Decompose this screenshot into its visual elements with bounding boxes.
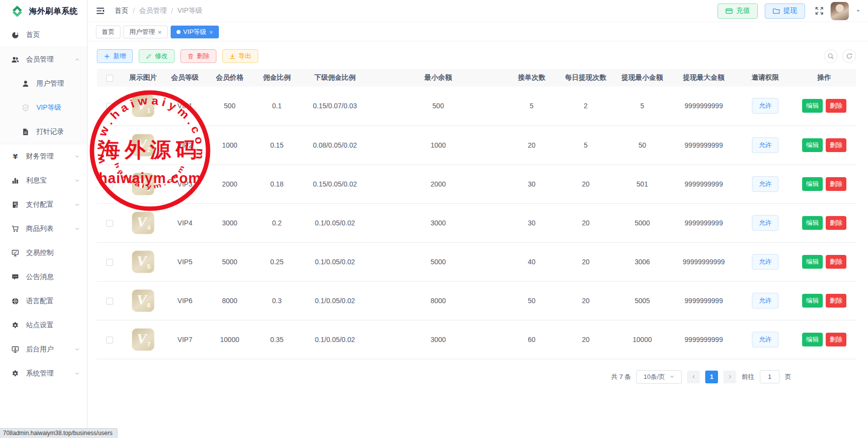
cell-level: VIP4 <box>164 203 206 242</box>
edit-button[interactable]: 编辑 <box>802 216 823 230</box>
row-checkbox[interactable] <box>106 142 113 149</box>
search-button[interactable] <box>824 49 838 63</box>
table-header-row: 展示图片会员等级会员价格佣金比例下级佣金比例最小余额接单次数每日提现次数提现最小… <box>97 69 856 87</box>
column-header: 展示图片 <box>122 69 164 87</box>
row-checkbox[interactable] <box>106 220 113 227</box>
invite-allow-button[interactable]: 允许 <box>752 215 778 231</box>
row-checkbox[interactable] <box>106 181 113 188</box>
page-size-select[interactable]: 10条/页 <box>636 370 682 384</box>
delete-row-button[interactable]: 删除 <box>826 177 846 191</box>
sidebar-item-finance[interactable]: ¥财务管理 <box>0 144 87 168</box>
breadcrumb-item[interactable]: VIP等级 <box>178 6 203 15</box>
cell-withdraw-max: 9999999999 <box>669 203 738 242</box>
row-checkbox[interactable] <box>106 103 113 110</box>
delete-row-button[interactable]: 删除 <box>826 294 846 308</box>
sidebar-item-announcements[interactable]: 公告消息 <box>0 265 87 289</box>
sidebar-item-language-config[interactable]: 语言配置 <box>0 289 87 313</box>
cell-order-count: 40 <box>507 242 556 281</box>
cell-daily-withdraw-count: 20 <box>556 203 615 242</box>
folder-icon <box>773 7 780 15</box>
main-area: 首页/会员管理/VIP等级 充值 提现 首页用户管理×VIP等级× <box>88 0 868 438</box>
close-tab-icon[interactable]: × <box>158 29 162 35</box>
delete-row-button[interactable]: 删除 <box>826 99 846 113</box>
svg-text:¥: ¥ <box>13 153 18 160</box>
user-menu-caret-icon[interactable] <box>856 8 861 13</box>
withdraw-button[interactable]: 提现 <box>765 3 805 19</box>
delete-row-button[interactable]: 删除 <box>826 138 846 152</box>
row-checkbox[interactable] <box>106 298 113 305</box>
edit-button[interactable]: 编辑 <box>802 138 823 152</box>
next-page-button[interactable] <box>723 371 736 383</box>
chevron-up-icon <box>74 57 80 63</box>
sidebar-item-payment-config[interactable]: 支付配置 <box>0 192 87 217</box>
cell-sub-commission: 0.1/0.05/0.02 <box>300 203 369 242</box>
row-checkbox[interactable] <box>106 337 113 344</box>
sidebar-item-system-manage[interactable]: 系统管理 <box>0 361 87 385</box>
delete-row-button[interactable]: 删除 <box>826 216 846 230</box>
delete-row-button[interactable]: 删除 <box>826 333 846 346</box>
sidebar-item-vip-level[interactable]: VIP等级 <box>0 95 87 120</box>
column-header: 会员等级 <box>164 69 206 87</box>
delete-button[interactable]: 删除 <box>180 49 216 63</box>
edit-button[interactable]: 编辑 <box>802 255 823 269</box>
menu-fold-icon[interactable] <box>96 6 105 15</box>
cell-sub-commission: 0.1/0.05/0.02 <box>300 242 369 281</box>
cell-price: 10000 <box>206 320 253 359</box>
tab-首页[interactable]: 首页 <box>96 26 120 38</box>
invite-allow-button[interactable]: 允许 <box>752 332 778 347</box>
row-checkbox[interactable] <box>106 259 113 266</box>
active-tab-dot <box>177 30 180 34</box>
add-button[interactable]: 新增 <box>97 49 133 63</box>
select-all-checkbox[interactable] <box>106 75 113 82</box>
tab-用户管理[interactable]: 用户管理× <box>123 26 168 38</box>
modify-label: 修改 <box>155 52 168 61</box>
cell-sub-commission: 0.1/0.05/0.02 <box>300 281 369 320</box>
close-tab-icon[interactable]: × <box>210 29 213 35</box>
chevron-right-icon <box>727 374 733 379</box>
table-row: V5VIP550000.250.1/0.05/0.025000402030069… <box>97 242 856 281</box>
edit-button[interactable]: 编辑 <box>802 294 823 308</box>
sidebar-item-interest[interactable]: 利息宝 <box>0 168 87 192</box>
goto-page-input[interactable] <box>760 370 779 383</box>
recharge-button[interactable]: 充值 <box>718 3 758 19</box>
sidebar-item-trade-control[interactable]: 交易控制 <box>0 241 87 265</box>
modify-button[interactable]: 修改 <box>139 49 175 63</box>
cell-withdraw-min: 5005 <box>615 281 669 320</box>
sidebar-item-product-list[interactable]: 商品列表 <box>0 217 87 241</box>
edit-button[interactable]: 编辑 <box>802 333 823 346</box>
chevron-down-icon <box>74 346 80 352</box>
invite-allow-button[interactable]: 允许 <box>752 293 778 309</box>
cell-sub-commission: 0.08/0.05/0.02 <box>300 125 369 164</box>
page-size-label: 10条/页 <box>643 373 665 381</box>
topbar: 首页/会员管理/VIP等级 充值 提现 <box>88 0 868 22</box>
app-logo: 海外刷单系统 <box>0 0 87 23</box>
sidebar-item-members[interactable]: 会员管理 <box>0 47 87 71</box>
cell-min-balance: 500 <box>369 87 507 125</box>
cell-price: 3000 <box>206 203 253 242</box>
prev-page-button[interactable] <box>687 371 700 383</box>
avatar[interactable] <box>831 2 849 20</box>
current-page-button[interactable]: 1 <box>705 371 718 383</box>
sidebar-item-injection-records[interactable]: 打针记录 <box>0 120 87 144</box>
sidebar-item-admin-users[interactable]: 后台用户 <box>0 337 87 361</box>
sidebar-item-label: 商品列表 <box>26 224 54 233</box>
tab-VIP等级[interactable]: VIP等级× <box>171 26 219 38</box>
breadcrumb-item[interactable]: 首页 <box>115 6 128 15</box>
breadcrumb-item[interactable]: 会员管理 <box>139 6 167 15</box>
sidebar-item-label: 首页 <box>26 31 40 39</box>
delete-row-button[interactable]: 删除 <box>826 255 846 269</box>
edit-button[interactable]: 编辑 <box>802 177 823 191</box>
refresh-button[interactable] <box>842 49 856 63</box>
cell-level: VIP6 <box>164 281 206 320</box>
invite-allow-button[interactable]: 允许 <box>752 254 778 270</box>
invite-allow-button[interactable]: 允许 <box>752 98 778 114</box>
invite-allow-button[interactable]: 允许 <box>752 176 778 192</box>
edit-button[interactable]: 编辑 <box>802 99 823 113</box>
cell-sub-commission: 0.15/0.05/0.02 <box>300 164 369 203</box>
sidebar-item-user-manage[interactable]: 用户管理 <box>0 71 87 95</box>
export-button[interactable]: 导出 <box>222 49 258 63</box>
sidebar-item-site-settings[interactable]: 站点设置 <box>0 313 87 337</box>
sidebar-item-home[interactable]: 首页 <box>0 23 87 47</box>
invite-allow-button[interactable]: 允许 <box>752 137 778 153</box>
fullscreen-icon[interactable] <box>815 6 824 15</box>
